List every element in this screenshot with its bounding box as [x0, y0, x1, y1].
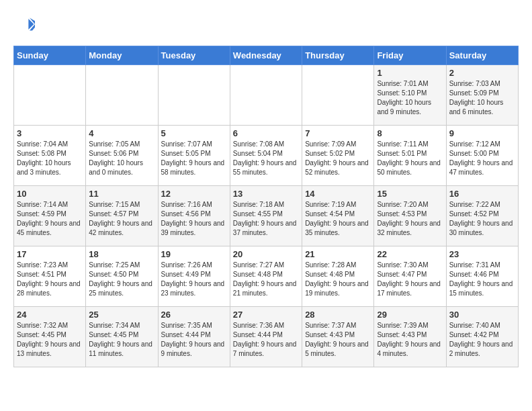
calendar-cell: 26Sunrise: 7:35 AM Sunset: 4:44 PM Dayli… [158, 307, 230, 367]
day-info: Sunrise: 7:40 AM Sunset: 4:42 PM Dayligh… [449, 321, 515, 359]
day-info: Sunrise: 7:36 AM Sunset: 4:44 PM Dayligh… [233, 321, 299, 359]
day-number: 9 [449, 128, 515, 138]
weekday-header-wednesday: Wednesday [230, 46, 302, 65]
day-number: 30 [449, 310, 515, 320]
day-info: Sunrise: 7:18 AM Sunset: 4:55 PM Dayligh… [233, 200, 299, 238]
weekday-header-thursday: Thursday [302, 46, 374, 65]
day-info: Sunrise: 7:37 AM Sunset: 4:43 PM Dayligh… [305, 321, 371, 359]
day-info: Sunrise: 7:28 AM Sunset: 4:48 PM Dayligh… [305, 261, 371, 298]
day-number: 16 [449, 189, 515, 199]
day-number: 19 [161, 249, 227, 259]
calendar-cell: 14Sunrise: 7:19 AM Sunset: 4:54 PM Dayli… [302, 186, 374, 246]
calendar-cell: 28Sunrise: 7:37 AM Sunset: 4:43 PM Dayli… [302, 307, 374, 367]
day-info: Sunrise: 7:05 AM Sunset: 5:06 PM Dayligh… [89, 140, 154, 177]
day-number: 22 [377, 249, 443, 259]
day-info: Sunrise: 7:30 AM Sunset: 4:47 PM Dayligh… [377, 261, 443, 298]
day-info: Sunrise: 7:08 AM Sunset: 5:04 PM Dayligh… [233, 140, 299, 177]
day-info: Sunrise: 7:14 AM Sunset: 4:59 PM Dayligh… [17, 200, 83, 238]
calendar-cell: 18Sunrise: 7:25 AM Sunset: 4:50 PM Dayli… [86, 246, 158, 307]
calendar-cell: 5Sunrise: 7:07 AM Sunset: 5:05 PM Daylig… [158, 126, 230, 186]
calendar-cell: 13Sunrise: 7:18 AM Sunset: 4:55 PM Dayli… [230, 186, 302, 246]
day-number: 26 [161, 310, 227, 320]
logo [13, 13, 38, 35]
day-info: Sunrise: 7:15 AM Sunset: 4:57 PM Dayligh… [89, 200, 154, 238]
weekday-header-saturday: Saturday [446, 46, 518, 65]
day-info: Sunrise: 7:11 AM Sunset: 5:01 PM Dayligh… [377, 140, 443, 177]
day-number: 20 [233, 249, 299, 259]
calendar-cell: 20Sunrise: 7:27 AM Sunset: 4:48 PM Dayli… [230, 246, 302, 307]
calendar-cell: 8Sunrise: 7:11 AM Sunset: 5:01 PM Daylig… [374, 126, 446, 186]
day-number: 7 [305, 128, 371, 138]
day-number: 28 [305, 310, 371, 320]
day-number: 6 [233, 128, 299, 138]
logo-icon [13, 13, 35, 35]
day-info: Sunrise: 7:27 AM Sunset: 4:48 PM Dayligh… [233, 261, 299, 298]
page-header [13, 13, 519, 35]
day-info: Sunrise: 7:25 AM Sunset: 4:50 PM Dayligh… [89, 261, 154, 298]
day-info: Sunrise: 7:26 AM Sunset: 4:49 PM Dayligh… [161, 261, 227, 298]
day-number: 29 [377, 310, 443, 320]
calendar-cell: 10Sunrise: 7:14 AM Sunset: 4:59 PM Dayli… [14, 186, 86, 246]
calendar-cell [230, 65, 302, 126]
day-number: 21 [305, 249, 371, 259]
calendar-cell: 24Sunrise: 7:32 AM Sunset: 4:45 PM Dayli… [14, 307, 86, 367]
calendar-cell: 23Sunrise: 7:31 AM Sunset: 4:46 PM Dayli… [446, 246, 518, 307]
day-info: Sunrise: 7:04 AM Sunset: 5:08 PM Dayligh… [17, 140, 83, 177]
day-number: 17 [17, 249, 83, 259]
calendar-cell [86, 65, 158, 126]
day-number: 13 [233, 189, 299, 199]
weekday-header-tuesday: Tuesday [158, 46, 230, 65]
calendar-table: SundayMondayTuesdayWednesdayThursdayFrid… [13, 46, 519, 367]
day-info: Sunrise: 7:35 AM Sunset: 4:44 PM Dayligh… [161, 321, 227, 359]
day-info: Sunrise: 7:31 AM Sunset: 4:46 PM Dayligh… [449, 261, 515, 298]
day-info: Sunrise: 7:20 AM Sunset: 4:53 PM Dayligh… [377, 200, 443, 238]
day-number: 4 [89, 128, 154, 138]
day-number: 18 [89, 249, 154, 259]
calendar-cell: 30Sunrise: 7:40 AM Sunset: 4:42 PM Dayli… [446, 307, 518, 367]
day-number: 12 [161, 189, 227, 199]
calendar-cell: 15Sunrise: 7:20 AM Sunset: 4:53 PM Dayli… [374, 186, 446, 246]
day-number: 1 [377, 68, 443, 78]
weekday-header-sunday: Sunday [14, 46, 86, 65]
calendar-cell: 21Sunrise: 7:28 AM Sunset: 4:48 PM Dayli… [302, 246, 374, 307]
day-number: 2 [449, 68, 515, 78]
calendar-cell: 11Sunrise: 7:15 AM Sunset: 4:57 PM Dayli… [86, 186, 158, 246]
day-number: 10 [17, 189, 83, 199]
calendar-cell: 6Sunrise: 7:08 AM Sunset: 5:04 PM Daylig… [230, 126, 302, 186]
day-info: Sunrise: 7:03 AM Sunset: 5:09 PM Dayligh… [449, 79, 515, 117]
day-info: Sunrise: 7:01 AM Sunset: 5:10 PM Dayligh… [377, 79, 443, 117]
day-number: 14 [305, 189, 371, 199]
day-info: Sunrise: 7:07 AM Sunset: 5:05 PM Dayligh… [161, 140, 227, 177]
day-number: 23 [449, 249, 515, 259]
day-info: Sunrise: 7:16 AM Sunset: 4:56 PM Dayligh… [161, 200, 227, 238]
calendar-cell: 12Sunrise: 7:16 AM Sunset: 4:56 PM Dayli… [158, 186, 230, 246]
day-info: Sunrise: 7:32 AM Sunset: 4:45 PM Dayligh… [17, 321, 83, 359]
calendar-cell: 27Sunrise: 7:36 AM Sunset: 4:44 PM Dayli… [230, 307, 302, 367]
day-info: Sunrise: 7:22 AM Sunset: 4:52 PM Dayligh… [449, 200, 515, 238]
calendar-cell [302, 65, 374, 126]
calendar-cell: 29Sunrise: 7:39 AM Sunset: 4:43 PM Dayli… [374, 307, 446, 367]
day-info: Sunrise: 7:09 AM Sunset: 5:02 PM Dayligh… [305, 140, 371, 177]
calendar-cell: 2Sunrise: 7:03 AM Sunset: 5:09 PM Daylig… [446, 65, 518, 126]
day-number: 11 [89, 189, 154, 199]
day-info: Sunrise: 7:19 AM Sunset: 4:54 PM Dayligh… [305, 200, 371, 238]
day-number: 25 [89, 310, 154, 320]
day-info: Sunrise: 7:34 AM Sunset: 4:45 PM Dayligh… [89, 321, 154, 359]
day-info: Sunrise: 7:23 AM Sunset: 4:51 PM Dayligh… [17, 261, 83, 298]
calendar-cell: 16Sunrise: 7:22 AM Sunset: 4:52 PM Dayli… [446, 186, 518, 246]
calendar-cell: 22Sunrise: 7:30 AM Sunset: 4:47 PM Dayli… [374, 246, 446, 307]
calendar-cell: 17Sunrise: 7:23 AM Sunset: 4:51 PM Dayli… [14, 246, 86, 307]
calendar-cell: 4Sunrise: 7:05 AM Sunset: 5:06 PM Daylig… [86, 126, 158, 186]
day-number: 5 [161, 128, 227, 138]
day-number: 8 [377, 128, 443, 138]
calendar-cell: 7Sunrise: 7:09 AM Sunset: 5:02 PM Daylig… [302, 126, 374, 186]
day-number: 24 [17, 310, 83, 320]
day-info: Sunrise: 7:12 AM Sunset: 5:00 PM Dayligh… [449, 140, 515, 177]
calendar-cell [158, 65, 230, 126]
calendar-cell [14, 65, 86, 126]
calendar-cell: 1Sunrise: 7:01 AM Sunset: 5:10 PM Daylig… [374, 65, 446, 126]
calendar-cell: 19Sunrise: 7:26 AM Sunset: 4:49 PM Dayli… [158, 246, 230, 307]
day-number: 15 [377, 189, 443, 199]
day-number: 3 [17, 128, 83, 138]
day-info: Sunrise: 7:39 AM Sunset: 4:43 PM Dayligh… [377, 321, 443, 359]
